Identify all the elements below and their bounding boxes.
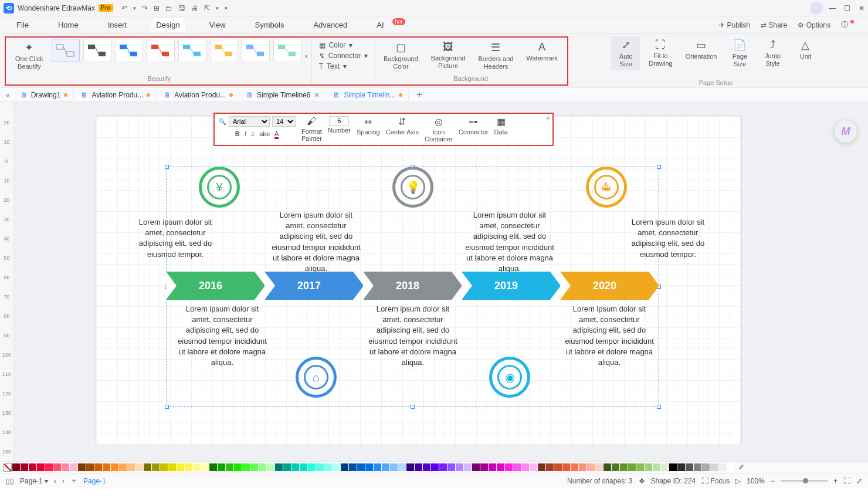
color-swatch[interactable] [300, 463, 307, 471]
color-swatch[interactable] [21, 463, 28, 471]
color-swatch[interactable] [612, 463, 619, 471]
number-input[interactable] [329, 116, 349, 126]
connector-button[interactable]: ⊶Connector [459, 116, 489, 136]
jump-style-button[interactable]: ⤴Jump Style [758, 36, 787, 70]
color-swatch[interactable] [677, 463, 685, 471]
bold-icon[interactable]: B [235, 130, 240, 139]
spacing-button[interactable]: ⇔Spacing [357, 116, 380, 136]
color-swatch[interactable] [94, 463, 102, 471]
color-swatch[interactable] [168, 463, 176, 471]
timeline-arrow-2020[interactable]: 2020 [561, 272, 649, 300]
add-tab-icon[interactable]: ＋ [410, 89, 429, 101]
orientation-button[interactable]: ▭Orientation [681, 36, 722, 63]
color-swatch[interactable] [620, 463, 628, 471]
doc-tab-2[interactable]: 🗎Aviation Produ... [158, 90, 239, 100]
color-swatch[interactable] [398, 463, 406, 471]
italic-icon[interactable]: I [245, 130, 246, 139]
style-thumb-4[interactable] [147, 39, 175, 62]
undo-icon[interactable]: ↶ [121, 4, 127, 12]
color-swatch[interactable] [406, 463, 414, 471]
color-swatch[interactable] [185, 463, 192, 471]
color-swatch[interactable] [242, 463, 250, 471]
redo-icon[interactable]: ↷ [142, 4, 148, 12]
color-swatch[interactable] [571, 463, 578, 471]
doc-tab-4[interactable]: 🗎Simple Timelin... [327, 90, 409, 100]
color-swatch[interactable] [530, 463, 537, 471]
timeline-text-2018-top[interactable]: Lorem ipsum dolor sit amet, consectetur … [463, 210, 557, 274]
color-swatch[interactable] [653, 463, 660, 471]
ai-float-button[interactable]: M [834, 120, 857, 143]
color-swatch[interactable] [267, 463, 274, 471]
color-swatch[interactable] [177, 463, 184, 471]
color-swatch[interactable] [661, 463, 669, 471]
timeline-arrow-2017[interactable]: 2017 [265, 272, 353, 300]
color-swatch[interactable] [669, 463, 677, 471]
color-swatch[interactable] [308, 463, 316, 471]
style-thumb-7[interactable] [242, 39, 270, 62]
color-swatch[interactable] [538, 463, 545, 471]
color-swatch[interactable] [562, 463, 570, 471]
eyedropper-icon[interactable]: ✐ [738, 463, 744, 472]
sel-handle[interactable] [657, 405, 661, 409]
format-painter-button[interactable]: 🖌Format Painter [301, 116, 322, 142]
font-size-select[interactable]: 14 [272, 116, 296, 127]
layout-icon[interactable]: ▯▯ [6, 477, 14, 485]
color-swatch[interactable] [78, 463, 86, 471]
color-swatch[interactable] [160, 463, 168, 471]
user-avatar[interactable] [810, 2, 823, 15]
style-thumb-1[interactable] [52, 39, 80, 62]
page-size-button[interactable]: 📄Page Size [725, 36, 754, 70]
no-fill-swatch[interactable] [4, 463, 12, 472]
color-swatch[interactable] [513, 463, 521, 471]
color-swatch[interactable] [333, 463, 340, 471]
color-swatch[interactable] [472, 463, 480, 471]
color-swatch[interactable] [505, 463, 513, 471]
options-button[interactable]: ⚙ Options [798, 21, 830, 29]
color-swatch[interactable] [710, 463, 718, 471]
style-thumb-5[interactable] [178, 39, 206, 62]
color-swatch[interactable] [209, 463, 217, 471]
color-swatch[interactable] [250, 463, 258, 471]
color-swatch[interactable] [234, 463, 242, 471]
canvas[interactable]: M ✕ 🔍 Arial 14 B I ≡ abc A [14, 102, 868, 461]
prev-page-icon[interactable]: ‹ [54, 477, 56, 485]
color-swatch[interactable] [628, 463, 636, 471]
menu-symbols[interactable]: Symbols [250, 18, 289, 32]
text-menu[interactable]: TText ▾ [319, 62, 368, 70]
color-swatch[interactable] [29, 463, 36, 471]
color-swatch[interactable] [70, 463, 77, 471]
background-color-button[interactable]: ▢Background Color [379, 39, 423, 73]
color-swatch[interactable] [218, 463, 225, 471]
color-swatch[interactable] [546, 463, 554, 471]
menu-ai[interactable]: AI [372, 18, 388, 32]
color-menu[interactable]: ▦Color ▾ [319, 41, 368, 49]
color-swatch[interactable] [152, 463, 160, 471]
timeline-text-2018-bot[interactable]: Lorem ipsum dolor sit amet, consectetur … [366, 304, 460, 368]
color-swatch[interactable] [382, 463, 389, 471]
color-swatch[interactable] [390, 463, 398, 471]
timeline-arrow-2016[interactable]: 2016 [167, 272, 255, 300]
auto-size-button[interactable]: ⤢Auto Size [611, 36, 640, 70]
color-swatch[interactable] [144, 463, 151, 471]
tab-close-icon[interactable]: ✕ [314, 91, 320, 99]
menu-file[interactable]: File [12, 18, 33, 32]
color-swatch[interactable] [37, 463, 45, 471]
color-swatch[interactable] [53, 463, 61, 471]
timeline-text-2016[interactable]: Lorem ipsum dolor sit amet, consectetur … [128, 217, 222, 260]
icon-container-button[interactable]: ◎Icon Container [425, 116, 453, 143]
style-thumb-6[interactable] [210, 39, 238, 62]
fit-to-drawing-button[interactable]: ⛶Fit to Drawing [644, 36, 677, 70]
new-icon[interactable]: ⊞ [154, 4, 160, 12]
page-link[interactable]: Page-1 [83, 477, 106, 485]
timeline-text-2016-bot[interactable]: Lorem ipsum dolor sit amet, consectetur … [175, 304, 269, 368]
color-swatch[interactable] [316, 463, 324, 471]
color-swatch[interactable] [554, 463, 562, 471]
zoom-out-icon[interactable]: − [771, 477, 775, 485]
color-swatch[interactable] [686, 463, 693, 471]
timeline-icon-2017[interactable]: ⌂ [296, 357, 337, 398]
color-swatch[interactable] [636, 463, 644, 471]
style-thumb-8[interactable] [273, 39, 301, 62]
color-swatch[interactable] [415, 463, 422, 471]
color-swatch[interactable] [431, 463, 439, 471]
color-swatch[interactable] [324, 463, 332, 471]
